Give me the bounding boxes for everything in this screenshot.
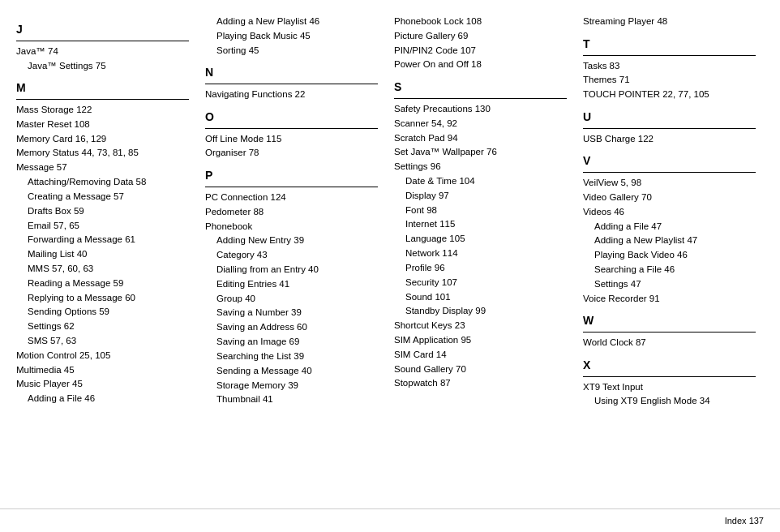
index-entry: Adding a New Playlist 47 — [583, 234, 756, 248]
section-divider — [205, 187, 378, 187]
index-entry: Safety Precautions 130 — [394, 102, 567, 117]
index-entry: Drafts Box 59 — [16, 204, 189, 219]
index-entry: PIN/PIN2 Code 107 — [394, 44, 567, 58]
index-entry: Tasks 83 — [583, 59, 756, 74]
index-entry: Settings 62 — [16, 320, 189, 334]
section-letter-v: V — [583, 152, 756, 170]
index-entry: Message 57 — [16, 161, 189, 175]
index-entry: Saving an Image 69 — [205, 335, 378, 350]
index-entry: Picture Gallery 69 — [394, 29, 567, 44]
index-entry: Music Player 45 — [16, 377, 189, 392]
section-letter-x: X — [583, 357, 756, 375]
index-entry: Security 107 — [394, 276, 567, 290]
column-col3: Phonebook Lock 108Picture Gallery 69PIN/… — [386, 15, 575, 409]
index-entry: Mailing List 40 — [16, 247, 189, 262]
index-entry: Date & Time 104 — [394, 174, 567, 189]
section-letter-t: T — [583, 36, 756, 54]
footer-text: Index 137 — [725, 516, 764, 526]
index-entry: Phonebook — [205, 220, 378, 234]
index-entry: Organiser 78 — [205, 146, 378, 161]
index-entry: Profile 96 — [394, 261, 567, 276]
index-entry: Playing Back Video 46 — [583, 248, 756, 263]
index-entry: Master Reset 108 — [16, 118, 189, 132]
index-entry: Adding New Entry 39 — [205, 234, 378, 248]
section-letter-p: P — [205, 167, 378, 185]
index-entry: Using XT9 English Mode 34 — [583, 394, 756, 409]
index-entry: Phonebook Lock 108 — [394, 15, 567, 29]
section-letter-j: J — [16, 21, 189, 39]
index-entry: Streaming Player 48 — [583, 15, 756, 29]
index-entry: PC Connection 124 — [205, 191, 378, 205]
index-entry: Saving an Address 60 — [205, 320, 378, 335]
section-letter-n: N — [205, 64, 378, 82]
index-entry: Set Java™ Wallpaper 76 — [394, 145, 567, 160]
section-divider — [583, 332, 756, 332]
index-entry: Power On and Off 18 — [394, 58, 567, 72]
index-entry: Video Gallery 70 — [583, 191, 756, 205]
footer: Index 137 — [0, 508, 780, 532]
index-entry: XT9 Text Input — [583, 380, 756, 395]
index-entry: Dialling from an Entry 40 — [205, 263, 378, 277]
index-entry: Memory Status 44, 73, 81, 85 — [16, 146, 189, 161]
index-entry: Sending a Message 40 — [205, 364, 378, 379]
section-letter-o: O — [205, 109, 378, 127]
index-entry: Group 40 — [205, 292, 378, 307]
index-entry: Off Line Mode 115 — [205, 132, 378, 147]
index-entry: Voice Recorder 91 — [583, 292, 756, 307]
section-divider — [205, 128, 378, 129]
index-entry: Reading a Message 59 — [16, 277, 189, 291]
index-entry: MMS 57, 60, 63 — [16, 262, 189, 277]
index-entry: World Clock 87 — [583, 336, 756, 350]
index-entry: SMS 57, 63 — [16, 334, 189, 349]
index-entry: Settings 96 — [394, 160, 567, 174]
column-col1: JJava™ 74Java™ Settings 75MMass Storage … — [16, 15, 197, 409]
index-entry: Sorting 45 — [205, 44, 378, 58]
index-entry: Playing Back Music 45 — [205, 29, 378, 44]
index-entry: Adding a File 46 — [16, 392, 189, 406]
index-entry: Multimedia 45 — [16, 363, 189, 378]
index-entry: Sending Options 59 — [16, 305, 189, 320]
index-entry: Font 98 — [394, 204, 567, 218]
index-entry: Mass Storage 122 — [16, 103, 189, 118]
index-entry: Thumbnail 41 — [205, 393, 378, 407]
index-entry: Internet 115 — [394, 217, 567, 232]
section-divider — [583, 172, 756, 173]
section-divider — [16, 41, 189, 41]
index-entry: Display 97 — [394, 189, 567, 204]
index-entry: SIM Card 14 — [394, 348, 567, 363]
index-entry: Searching the List 39 — [205, 350, 378, 364]
index-entry: TOUCH POINTER 22, 77, 105 — [583, 88, 756, 102]
index-entry: Saving a Number 39 — [205, 306, 378, 320]
index-entry: Storage Memory 39 — [205, 379, 378, 393]
index-entry: Standby Display 99 — [394, 304, 567, 319]
section-letter-m: M — [16, 79, 189, 97]
index-entry: Java™ 74 — [16, 45, 189, 59]
index-entry: Scanner 54, 92 — [394, 117, 567, 131]
section-divider — [394, 98, 567, 99]
index-entry: Videos 46 — [583, 205, 756, 220]
index-entry: Adding a New Playlist 46 — [205, 15, 378, 29]
index-entry: Stopwatch 87 — [394, 376, 567, 391]
index-entry: SIM Application 95 — [394, 333, 567, 348]
section-divider — [583, 55, 756, 56]
index-entry: VeilView 5, 98 — [583, 176, 756, 191]
index-entry: Attaching/Removing Data 58 — [16, 175, 189, 190]
section-divider — [583, 376, 756, 377]
index-entry: Editing Entries 41 — [205, 277, 378, 292]
index-entry: Searching a File 46 — [583, 263, 756, 277]
index-entry: Memory Card 16, 129 — [16, 132, 189, 147]
index-entry: Replying to a Message 60 — [16, 291, 189, 306]
section-divider — [205, 84, 378, 84]
index-entry: Scratch Pad 94 — [394, 131, 567, 146]
section-divider — [16, 99, 189, 100]
index-entry: Sound 101 — [394, 290, 567, 305]
index-entry: Creating a Message 57 — [16, 190, 189, 204]
index-entry: Category 43 — [205, 248, 378, 263]
column-col4: Streaming Player 48TTasks 83Themes 71TOU… — [575, 15, 764, 409]
index-entry: Language 105 — [394, 232, 567, 247]
section-letter-w: W — [583, 312, 756, 330]
index-entry: Adding a File 47 — [583, 220, 756, 234]
index-entry: Navigating Functions 22 — [205, 88, 378, 102]
index-entry: Network 114 — [394, 247, 567, 261]
index-entry: Email 57, 65 — [16, 219, 189, 234]
